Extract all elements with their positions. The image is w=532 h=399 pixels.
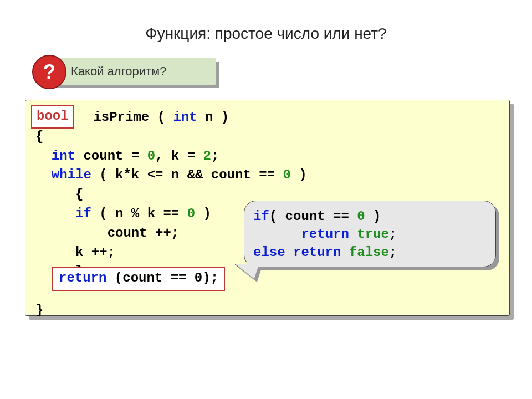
callout: if( count == 0 ) return true; else retur…: [244, 201, 496, 267]
callout-line-3: else return false;: [253, 244, 487, 262]
callout-body: if( count == 0 ) return true; else retur…: [244, 201, 496, 267]
question-text: Какой алгоритм?: [71, 64, 166, 79]
callout-line-1: if( count == 0 ): [253, 208, 487, 226]
callout-tail: [231, 264, 259, 279]
code-line-2: {: [35, 127, 499, 147]
bool-label-box: bool: [31, 105, 74, 129]
question-bar: ? Какой алгоритм?: [39, 58, 216, 85]
question-mark-icon: ?: [32, 55, 66, 89]
code-line-1: isPrime ( int n ): [35, 108, 499, 127]
code-line-4: while ( k*k <= n && count == 0 ): [35, 166, 499, 185]
callout-line-2: return true;: [253, 226, 487, 243]
code-line-3: int count = 0, k = 2;: [35, 147, 499, 166]
return-box: return (count == 0);: [52, 267, 225, 291]
slide-title: Функция: простое число или нет?: [0, 25, 532, 43]
code-line-10: }: [35, 301, 499, 320]
question-banner: ? Какой алгоритм?: [39, 58, 216, 85]
slide: Функция: простое число или нет? ? Какой …: [0, 0, 532, 399]
